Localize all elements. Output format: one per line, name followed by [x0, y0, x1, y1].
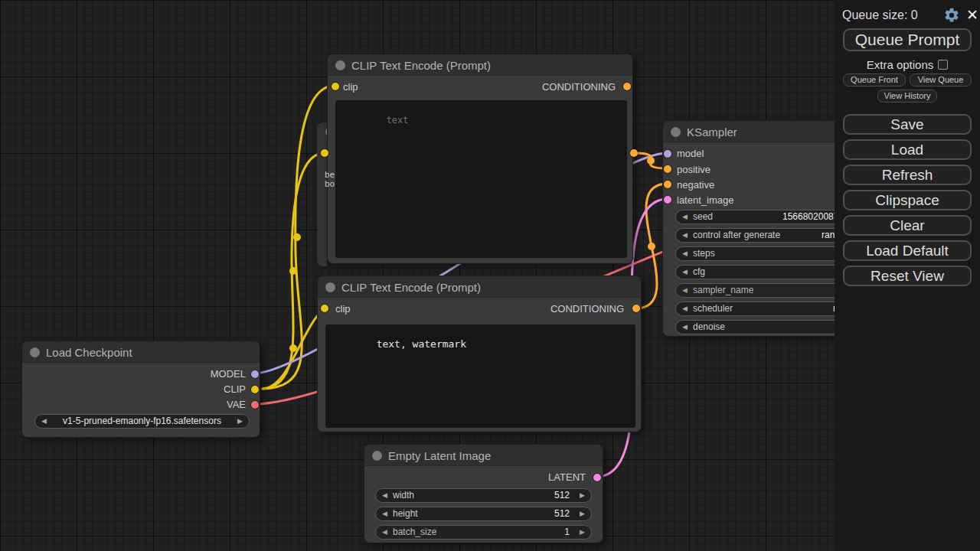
node-empty-latent-image[interactable]: Empty Latent Image LATENT ◀ width 512 ▶ …: [364, 444, 603, 543]
output-latent-label: LATENT: [364, 472, 586, 483]
widget-value: 1: [564, 526, 570, 539]
wire-clip-to-hidden-node: [263, 153, 325, 389]
link-dot[interactable]: [289, 267, 297, 275]
prompt-textarea[interactable]: text: [335, 100, 627, 258]
widget-label: cfg: [693, 266, 705, 279]
latent-output-dot[interactable]: [593, 474, 601, 481]
widget-label: height: [393, 507, 418, 520]
reset-view-button[interactable]: Reset View: [843, 266, 972, 286]
widget-label: seed: [693, 210, 713, 223]
decrement-arrow[interactable]: ◀: [682, 210, 688, 223]
input-model-label: model: [677, 148, 704, 159]
widget-label: control after generate: [693, 229, 780, 242]
decrement-arrow[interactable]: ◀: [382, 526, 387, 539]
link-dot[interactable]: [293, 233, 301, 241]
output-conditioning-label: CONDITIONING: [318, 304, 624, 315]
vae-output-dot[interactable]: [251, 401, 259, 409]
node-header[interactable]: Load Checkpoint: [22, 341, 260, 363]
increment-arrow[interactable]: ▶: [580, 489, 585, 502]
close-icon[interactable]: ✕: [966, 6, 978, 24]
input-positive-label: positive: [677, 165, 710, 175]
conditioning-output-dot[interactable]: [623, 83, 631, 90]
node-title: Empty Latent Image: [388, 449, 491, 462]
widget-value: 512: [554, 489, 570, 502]
ckpt-name-combo[interactable]: ◀ v1-5-pruned-emaonly-fp16.safetensors ▶: [34, 414, 250, 429]
clipspace-button[interactable]: Clipspace: [843, 190, 972, 210]
collapse-dot[interactable]: [335, 60, 345, 70]
decrement-arrow[interactable]: ◀: [682, 229, 688, 242]
clip-input-dot[interactable]: [321, 305, 328, 312]
node-header[interactable]: CLIP Text Encode (Prompt): [328, 54, 632, 76]
save-button[interactable]: Save: [843, 114, 972, 135]
output-clip: CLIP: [22, 384, 246, 395]
queue-sidebar: Queue size: 0 ✕ Queue Prompt Extra optio…: [835, 0, 980, 551]
node-title: Load Checkpoint: [46, 346, 132, 359]
queue-front-button[interactable]: Queue Front: [843, 73, 906, 86]
collapse-dot[interactable]: [30, 347, 40, 357]
prompt-textarea[interactable]: text, watermark: [325, 324, 635, 428]
link-dot[interactable]: [289, 344, 297, 352]
output-model: MODEL: [22, 369, 246, 380]
input-negative-label: negative: [677, 180, 714, 191]
width-widget[interactable]: ◀ width 512 ▶: [375, 488, 592, 503]
node-canvas[interactable]: be bo Load Checkpoint MODEL CLIP VAE ◀ v…: [0, 0, 980, 551]
conditioning-output-dot[interactable]: [632, 305, 640, 312]
height-widget[interactable]: ◀ height 512 ▶: [375, 507, 592, 521]
settings-gear-icon[interactable]: [943, 7, 960, 24]
batch-size-widget[interactable]: ◀ batch_size 1 ▶: [375, 525, 592, 540]
decrement-arrow[interactable]: ◀: [382, 507, 387, 520]
collapse-dot[interactable]: [671, 127, 681, 137]
collapse-dot[interactable]: [325, 282, 335, 292]
positive-input-dot[interactable]: [664, 165, 671, 173]
widget-label: steps: [693, 247, 715, 260]
combo-left-arrow[interactable]: ◀: [41, 415, 47, 428]
increment-arrow[interactable]: ▶: [580, 507, 585, 520]
output-conditioning-label: CONDITIONING: [328, 82, 616, 93]
node-header[interactable]: Empty Latent Image: [364, 445, 603, 466]
clear-button[interactable]: Clear: [843, 215, 972, 236]
decrement-arrow[interactable]: ◀: [382, 489, 387, 502]
decrement-arrow[interactable]: ◀: [682, 247, 688, 260]
clip-output-dot[interactable]: [251, 386, 259, 393]
view-history-button[interactable]: View History: [877, 90, 937, 103]
view-queue-button[interactable]: View Queue: [910, 73, 972, 86]
queue-prompt-button[interactable]: Queue Prompt: [843, 28, 972, 51]
node-header[interactable]: CLIP Text Encode (Prompt): [318, 276, 641, 298]
hidden-conditioning-output-dot[interactable]: [630, 149, 638, 157]
widget-label: width: [393, 489, 414, 502]
extra-options-label: Extra options: [867, 58, 934, 71]
collapse-dot[interactable]: [372, 451, 382, 461]
decrement-arrow[interactable]: ◀: [682, 302, 688, 315]
node-load-checkpoint[interactable]: Load Checkpoint MODEL CLIP VAE ◀ v1-5-pr…: [21, 341, 260, 438]
hidden-positive-text-fragment: be bo: [325, 171, 335, 191]
link-dot[interactable]: [647, 157, 655, 165]
decrement-arrow[interactable]: ◀: [682, 266, 688, 279]
load-button[interactable]: Load: [843, 139, 972, 160]
latent-input-dot[interactable]: [664, 196, 671, 204]
refresh-button[interactable]: Refresh: [843, 165, 972, 185]
output-vae: VAE: [22, 399, 246, 410]
widget-value: 15668020087: [782, 210, 838, 223]
node-title: CLIP Text Encode (Prompt): [341, 281, 481, 294]
load-default-button[interactable]: Load Default: [843, 240, 972, 261]
model-output-dot[interactable]: [251, 370, 259, 378]
negative-input-dot[interactable]: [664, 181, 671, 188]
decrement-arrow[interactable]: ◀: [682, 284, 688, 297]
input-latent-image-label: latent_image: [677, 195, 733, 206]
node-clip-text-encode-negative[interactable]: CLIP Text Encode (Prompt) clip CONDITION…: [317, 276, 642, 432]
model-input-dot[interactable]: [664, 150, 671, 158]
node-title: KSampler: [687, 126, 737, 139]
comfyui-app: be bo Load Checkpoint MODEL CLIP VAE ◀ v…: [0, 0, 980, 551]
node-hidden-positive-sliver[interactable]: [317, 122, 327, 266]
widget-label: batch_size: [393, 526, 436, 539]
link-dot[interactable]: [648, 243, 655, 250]
wire-clip-to-negative-node: [263, 308, 324, 389]
node-clip-text-encode-top[interactable]: CLIP Text Encode (Prompt) clip CONDITION…: [327, 54, 633, 264]
clip-input-dot[interactable]: [332, 83, 339, 90]
hidden-clip-input-dot[interactable]: [321, 149, 328, 157]
combo-right-arrow[interactable]: ▶: [237, 415, 243, 428]
textarea-placeholder: text: [387, 115, 409, 126]
decrement-arrow[interactable]: ◀: [682, 321, 688, 334]
extra-options-checkbox[interactable]: [938, 60, 948, 70]
increment-arrow[interactable]: ▶: [580, 526, 585, 539]
